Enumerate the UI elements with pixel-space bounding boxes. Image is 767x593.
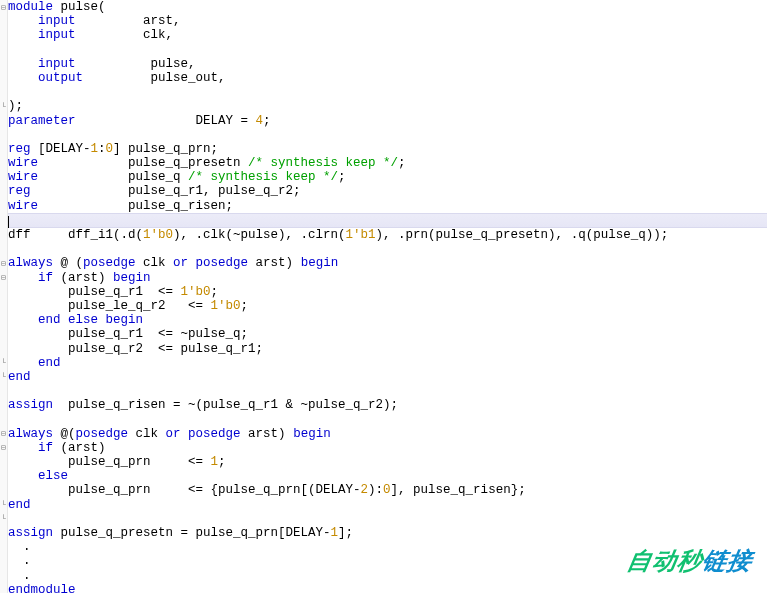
token-kw: else [68,313,98,327]
token-kw: output [38,71,83,85]
code-line[interactable] [8,242,767,256]
code-line[interactable]: pulse_q_prn <= {pulse_q_prn[(DELAY-2):0]… [8,483,767,497]
watermark: 自动秒链接 [594,540,757,583]
code-line[interactable]: pulse_q_r2 <= pulse_q_r1; [8,342,767,356]
token-kw: endmodule [8,583,76,593]
fold-glyph[interactable]: ⊟ [0,1,7,15]
code-line[interactable] [8,213,767,228]
fold-glyph[interactable]: ⊟ [0,257,7,271]
token-id: pulse_out, [83,71,226,85]
code-line[interactable]: output pulse_out, [8,71,767,85]
code-line[interactable]: ); [8,99,767,113]
code-line[interactable]: always @ (posedge clk or posedge arst) b… [8,256,767,270]
token-kw: posedge [196,256,249,270]
code-line[interactable]: endmodule [8,583,767,593]
text-caret [8,216,9,228]
token-id: pulse_q_r1 <= [8,285,181,299]
token-kw: end [8,498,31,512]
code-line[interactable]: end [8,370,767,384]
code-line[interactable]: end else begin [8,313,767,327]
token-id: (arst) [53,441,106,455]
code-line[interactable] [8,85,767,99]
code-line[interactable]: end [8,498,767,512]
token-kw: end [38,356,61,370]
code-line[interactable]: wire pulse_q_risen; [8,199,767,213]
token-id [181,427,189,441]
fold-glyph[interactable]: ⊟ [0,441,7,455]
token-id: [DELAY- [31,142,91,156]
token-num: 1 [211,455,219,469]
code-line[interactable]: dff dff_i1(.d(1'b0), .clk(~pulse), .clrn… [8,228,767,242]
fold-glyph[interactable]: └ [0,512,7,526]
code-line[interactable]: assign pulse_q_risen = ~(pulse_q_r1 & ~p… [8,398,767,412]
code-line[interactable]: reg pulse_q_r1, pulse_q_r2; [8,184,767,198]
code-line[interactable]: pulse_le_q_r2 <= 1'b0; [8,299,767,313]
token-kw: assign [8,526,53,540]
code-line[interactable]: pulse_q_prn <= 1; [8,455,767,469]
token-kw: reg [8,142,31,156]
token-kw: wire [8,156,38,170]
token-id: : [98,142,106,156]
fold-glyph[interactable]: └ [0,370,7,384]
token-kw: begin [106,313,144,327]
token-id: ): [368,483,383,497]
code-line[interactable]: input arst, [8,14,767,28]
token-id [188,256,196,270]
code-line[interactable]: end [8,356,767,370]
token-num: 2 [361,483,369,497]
code-line[interactable] [8,412,767,426]
token-id: pulse_q_risen = ~(pulse_q_r1 & ~pulse_q_… [53,398,398,412]
token-kw: or [166,427,181,441]
fold-glyph[interactable]: ⊟ [0,427,7,441]
token-kw: else [38,469,68,483]
code-line[interactable] [8,128,767,142]
code-line[interactable] [8,512,767,526]
token-id [61,313,69,327]
token-id: ), .clk(~pulse), .clrn( [173,228,346,242]
token-kw: if [38,271,53,285]
code-line[interactable]: pulse_q_r1 <= 1'b0; [8,285,767,299]
code-line[interactable]: always @(posedge clk or posedge arst) be… [8,427,767,441]
token-id [8,469,38,483]
token-id: arst) [248,256,301,270]
code-line[interactable]: wire pulse_q_presetn /* synthesis keep *… [8,156,767,170]
token-id [8,14,38,28]
code-line[interactable] [8,384,767,398]
fold-glyph[interactable]: └ [0,356,7,370]
code-line[interactable]: if (arst) [8,441,767,455]
fold-gutter[interactable]: ⊟└⊟⊟└└⊟⊟└└ [0,0,8,593]
token-id: clk [136,256,174,270]
token-num: 0 [383,483,391,497]
code-line[interactable]: if (arst) begin [8,271,767,285]
code-line[interactable]: input pulse, [8,57,767,71]
code-line[interactable]: else [8,469,767,483]
code-line[interactable]: wire pulse_q /* synthesis keep */; [8,170,767,184]
token-kw: begin [293,427,331,441]
token-id: pulse_q_r1 <= ~pulse_q; [8,327,248,341]
code-line[interactable]: assign pulse_q_presetn = pulse_q_prn[DEL… [8,526,767,540]
code-line[interactable]: reg [DELAY-1:0] pulse_q_prn; [8,142,767,156]
token-id: ]; [338,526,353,540]
code-line[interactable]: parameter DELAY = 4; [8,114,767,128]
token-num: 1 [331,526,339,540]
token-id: pulse( [53,0,106,14]
code-line[interactable] [8,43,767,57]
token-kw: wire [8,199,38,213]
code-line[interactable]: pulse_q_r1 <= ~pulse_q; [8,327,767,341]
token-kw: input [38,14,76,28]
code-editor[interactable]: ⊟└⊟⊟└└⊟⊟└└ module pulse( input arst, inp… [0,0,767,593]
code-line[interactable]: module pulse( [8,0,767,14]
code-area[interactable]: module pulse( input arst, input clk, inp… [8,0,767,593]
token-kw: wire [8,170,38,184]
token-kw: always [8,256,53,270]
fold-glyph[interactable]: └ [0,100,7,114]
token-id: pulse_q_r1, pulse_q_r2; [31,184,301,198]
token-id: arst, [76,14,181,28]
fold-glyph[interactable]: ⊟ [0,271,7,285]
code-line[interactable]: input clk, [8,28,767,42]
token-id: ], pulse_q_risen}; [391,483,526,497]
token-num: 1'b0 [211,299,241,313]
fold-glyph[interactable]: └ [0,498,7,512]
token-kw: parameter [8,114,76,128]
token-num: 1'b0 [181,285,211,299]
